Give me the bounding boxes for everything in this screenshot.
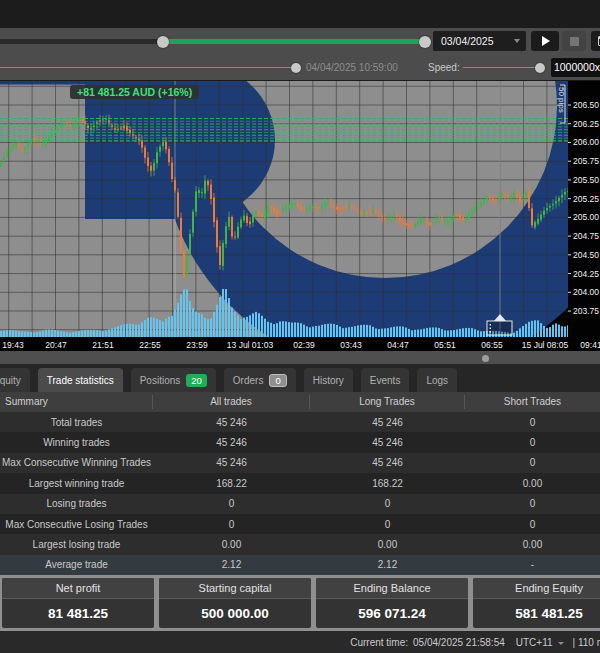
row-value: 168.22 bbox=[310, 478, 465, 489]
summary-cards: Net profit81 481.25Starting capital500 0… bbox=[0, 575, 600, 631]
status-bar: Current time: 05/04/2025 21:58:54 UTC+11… bbox=[0, 631, 600, 653]
summary-card-ending-balance: Ending Balance596 071.24 bbox=[316, 578, 468, 628]
row-label: Losing trades bbox=[0, 498, 153, 509]
test-progress-line bbox=[0, 67, 291, 68]
time-tick: 15 Jul 08:05 bbox=[522, 340, 569, 350]
row-value: 0 bbox=[465, 457, 600, 468]
speed-slider-track[interactable] bbox=[463, 67, 540, 68]
chevron-down-icon bbox=[514, 39, 520, 43]
card-title: Net profit bbox=[2, 578, 154, 599]
row-value: 2.12 bbox=[153, 559, 310, 570]
tab-count-badge: 0 bbox=[269, 374, 286, 387]
stats-table-header: SummaryAll tradesLong TradesShort Trades bbox=[0, 392, 600, 412]
tab-events[interactable]: Events bbox=[361, 368, 410, 392]
summary-card-net-profit: Net profit81 481.25 bbox=[2, 578, 154, 628]
profit-tooltip: +81 481.25 AUD (+16%) bbox=[70, 85, 199, 99]
time-tick: 19:43 bbox=[2, 340, 24, 350]
card-value: 81 481.25 bbox=[2, 599, 154, 627]
price-tick: 204.25 bbox=[573, 269, 599, 279]
card-title: Ending Equity bbox=[473, 578, 600, 599]
date-dropdown-value: 03/04/2025 bbox=[441, 35, 494, 47]
price-tick: 205.75 bbox=[573, 156, 599, 166]
chart-canvas[interactable]: 50 pips206.50206.25206.00205.75205.50205… bbox=[0, 81, 600, 352]
card-value: 596 071.24 bbox=[316, 599, 468, 627]
time-tick: 06:55 bbox=[481, 340, 503, 350]
tab-label: Orders bbox=[233, 375, 264, 386]
seek-progress bbox=[163, 39, 425, 44]
speed-slider-handle[interactable] bbox=[535, 63, 545, 73]
row-label: Total trades bbox=[0, 417, 153, 428]
play-icon bbox=[542, 36, 550, 46]
chart-scrollbar[interactable] bbox=[0, 351, 600, 364]
stats-header-2: Long Trades bbox=[310, 395, 465, 409]
card-title: Starting capital bbox=[159, 578, 311, 599]
row-value: 45 246 bbox=[310, 417, 465, 428]
current-time-value: 05/04/2025 21:58:54 bbox=[413, 637, 505, 648]
row-value: 45 246 bbox=[310, 457, 465, 468]
tab-label: History bbox=[313, 375, 344, 386]
seek-position-handle[interactable] bbox=[419, 36, 431, 48]
time-tick: 05:51 bbox=[434, 340, 456, 350]
tab-label: Positions bbox=[140, 375, 181, 386]
time-tick: 22:55 bbox=[139, 340, 161, 350]
row-value: 0 bbox=[465, 437, 600, 448]
price-tick: 206.50 bbox=[573, 100, 599, 110]
current-time-label: Current time: bbox=[350, 637, 408, 648]
date-dropdown[interactable]: 03/04/2025 bbox=[433, 31, 526, 51]
tab-label: Events bbox=[370, 375, 401, 386]
timezone-dropdown[interactable]: UTC+11 bbox=[516, 637, 553, 648]
price-tick: 206.00 bbox=[573, 137, 599, 147]
price-tick: 204.50 bbox=[573, 250, 599, 260]
row-value: 0 bbox=[310, 498, 465, 509]
play-button[interactable] bbox=[531, 31, 559, 51]
journal-button[interactable] bbox=[591, 31, 600, 51]
summary-card-starting-capital: Starting capital500 000.00 bbox=[159, 578, 311, 628]
row-value: 0 bbox=[465, 498, 600, 509]
tab-label: Trade statistics bbox=[47, 375, 114, 386]
card-title: Ending Balance bbox=[316, 578, 468, 599]
table-row[interactable]: Total trades45 24645 2460 bbox=[0, 412, 600, 432]
table-row[interactable]: Largest losing trade0.000.000.00 bbox=[0, 534, 600, 554]
stop-button[interactable] bbox=[562, 31, 586, 51]
stats-header-1: All trades bbox=[153, 395, 310, 409]
price-tick: 205.50 bbox=[573, 175, 599, 185]
table-row[interactable]: Average trade2.122.12- bbox=[0, 555, 600, 575]
row-value: 45 246 bbox=[153, 417, 310, 428]
price-chart[interactable]: 50 pips206.50206.25206.00205.75205.50205… bbox=[0, 80, 600, 351]
row-label: Largest winning trade bbox=[0, 478, 153, 489]
test-progress-handle[interactable] bbox=[291, 63, 301, 73]
price-tick: 206.25 bbox=[573, 119, 599, 129]
tab-trade-statistics[interactable]: Trade statistics bbox=[38, 368, 123, 392]
seek-start-handle[interactable] bbox=[157, 36, 169, 48]
row-value: 0.00 bbox=[465, 539, 600, 550]
table-row[interactable]: Max Consecutive Winning Trades45 24645 2… bbox=[0, 453, 600, 473]
time-tick: 13 Jul 01:03 bbox=[227, 340, 274, 350]
stats-table-body: Total trades45 24645 2460Winning trades4… bbox=[0, 412, 600, 575]
row-value: 0.00 bbox=[310, 539, 465, 550]
tab-orders[interactable]: Orders0 bbox=[224, 368, 296, 392]
time-tick: 20:47 bbox=[45, 340, 67, 350]
row-value: 0 bbox=[310, 519, 465, 530]
window-titlebar bbox=[0, 0, 600, 28]
row-value: 0 bbox=[153, 519, 310, 530]
time-tick: 09:41 bbox=[580, 340, 600, 350]
price-tick: 205.25 bbox=[573, 194, 599, 204]
row-label: Max Consecutive Losing Trades bbox=[0, 519, 153, 530]
row-value: 0 bbox=[465, 417, 600, 428]
table-row[interactable]: Losing trades000 bbox=[0, 494, 600, 514]
table-row[interactable]: Winning trades45 24645 2460 bbox=[0, 432, 600, 452]
table-row[interactable]: Max Consecutive Losing Trades000 bbox=[0, 514, 600, 534]
tab-positions[interactable]: Positions20 bbox=[131, 368, 216, 392]
tab-equity[interactable]: Equity bbox=[0, 368, 30, 392]
tab-history[interactable]: History bbox=[304, 368, 353, 392]
trading-app-window: 03/04/2025 04/04/2025 10:59:00 Speed: 10… bbox=[0, 0, 600, 653]
tab-logs[interactable]: Logs bbox=[417, 368, 457, 392]
row-value: 0.00 bbox=[465, 478, 600, 489]
chart-scrollbar-handle[interactable] bbox=[482, 355, 489, 362]
price-tick: 205.00 bbox=[573, 212, 599, 222]
table-row[interactable]: Largest winning trade168.22168.220.00 bbox=[0, 473, 600, 493]
row-value: 45 246 bbox=[153, 437, 310, 448]
row-value: 0 bbox=[153, 498, 310, 509]
summary-card-ending-equity: Ending Equity581 481.25 bbox=[473, 578, 600, 628]
row-label: Average trade bbox=[0, 559, 153, 570]
